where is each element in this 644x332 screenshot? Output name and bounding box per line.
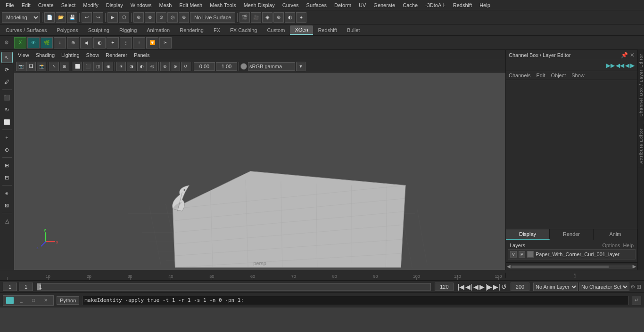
- menu-cache[interactable]: Cache: [399, 1, 421, 9]
- vpt-joint[interactable]: ⊗: [171, 62, 180, 71]
- xgen-btn-3[interactable]: ↓: [54, 37, 66, 49]
- snap2-btn[interactable]: ⊗: [145, 12, 155, 23]
- vpt-grid[interactable]: ⊞: [60, 62, 69, 71]
- tab-fx-caching[interactable]: FX Caching: [225, 26, 262, 34]
- pb-loop-btn[interactable]: ↺: [501, 283, 507, 291]
- move-tool-btn[interactable]: ⬛: [1, 92, 13, 103]
- xgen-btn-10[interactable]: 🔽: [146, 37, 158, 49]
- render2-btn[interactable]: 🎥: [251, 12, 261, 23]
- cb-menu-channels[interactable]: Channels: [509, 73, 530, 78]
- xgen-btn-8[interactable]: ⋮: [120, 37, 132, 49]
- menu-display[interactable]: Display: [102, 1, 127, 9]
- char-set-select[interactable]: No Character Set: [579, 283, 629, 291]
- tab-display[interactable]: Display: [506, 229, 550, 240]
- tab-curves-surfaces[interactable]: Curves / Surfaces: [1, 26, 51, 34]
- vp-menu-shading[interactable]: Shading: [34, 51, 57, 59]
- open-btn[interactable]: 📂: [56, 12, 66, 23]
- menu-create[interactable]: Create: [34, 1, 58, 9]
- layers-options-btn[interactable]: Options: [602, 243, 620, 248]
- menu-windows[interactable]: Windows: [127, 1, 156, 9]
- layer-color-swatch[interactable]: [527, 251, 534, 258]
- xgen-btn-6[interactable]: ◐: [93, 37, 106, 49]
- tab-polygons[interactable]: Polygons: [52, 26, 83, 34]
- win-close-btn[interactable]: ✕: [41, 297, 50, 304]
- render4-btn[interactable]: ⊕: [273, 12, 284, 23]
- tool-btn-c[interactable]: △: [1, 215, 13, 227]
- snap5-btn[interactable]: ⊕: [179, 12, 189, 23]
- paint-tool-btn[interactable]: 🖊: [1, 76, 13, 88]
- cb-menu-edit[interactable]: Edit: [536, 73, 545, 78]
- menu-help[interactable]: Help: [476, 1, 494, 9]
- tool-btn-a[interactable]: ⎈: [1, 187, 13, 199]
- tab-custom[interactable]: Custom: [263, 26, 290, 34]
- timeline-ruler[interactable]: 102030405060708090100110120: [0, 270, 505, 280]
- undo-btn[interactable]: ↩: [82, 12, 92, 23]
- command-line-input[interactable]: [82, 296, 629, 305]
- vpt-wire[interactable]: ⬜: [73, 62, 82, 71]
- xgen-btn-7[interactable]: ✦: [107, 37, 119, 49]
- render-btn[interactable]: 🎬: [239, 12, 250, 23]
- snap3-btn[interactable]: ⊙: [156, 12, 166, 23]
- mode-selector[interactable]: Modeling Rigging Animation FX Rendering: [2, 12, 40, 23]
- menu-curves[interactable]: Curves: [279, 1, 303, 9]
- pb-play-back-btn[interactable]: ◀: [473, 283, 479, 291]
- xgen-btn-11[interactable]: ✂: [159, 37, 172, 49]
- xgen-btn-2[interactable]: 🌿: [41, 37, 53, 49]
- layer-scrollbar-thumb[interactable]: [512, 266, 609, 268]
- menu-mesh[interactable]: Mesh: [155, 1, 175, 9]
- menu-redshift[interactable]: Redshift: [449, 1, 476, 9]
- vpt-lights[interactable]: ☀: [116, 62, 126, 71]
- menu-uv[interactable]: UV: [355, 1, 370, 9]
- cb-arrow-prev-icon[interactable]: ◀: [625, 62, 629, 69]
- menu-mesh-display[interactable]: Mesh Display: [240, 1, 279, 9]
- select-tool-btn[interactable]: ↖: [1, 52, 13, 63]
- cb-menu-object[interactable]: Object: [551, 73, 566, 78]
- frame-end-field[interactable]: [435, 283, 454, 291]
- save-btn[interactable]: 💾: [67, 12, 77, 23]
- xgen-btn-0[interactable]: X: [14, 37, 26, 49]
- menu-deform[interactable]: Deform: [330, 1, 355, 9]
- xgen-btn-1[interactable]: 👁: [27, 37, 40, 49]
- vpt-smooth[interactable]: ◉: [104, 62, 113, 71]
- command-execute-icon[interactable]: ↵: [632, 296, 641, 305]
- vpt-colorspace-input[interactable]: [248, 62, 295, 71]
- pb-play-btn[interactable]: ▶: [479, 283, 485, 291]
- snap2-tool-btn[interactable]: ⊕: [1, 144, 13, 155]
- layer-scrollbar[interactable]: [511, 265, 633, 268]
- live-surface-btn[interactable]: No Live Surface: [190, 12, 235, 23]
- menu-modify[interactable]: Modify: [79, 1, 102, 9]
- win-restore-btn[interactable]: □: [29, 297, 38, 304]
- pb-to-end-btn[interactable]: ▶|: [493, 283, 500, 291]
- render3-btn[interactable]: ◉: [262, 12, 272, 23]
- frame-start-field[interactable]: [3, 283, 17, 291]
- tab-anim[interactable]: Anim: [594, 229, 637, 240]
- vpt-value2[interactable]: [216, 62, 237, 71]
- scroll-left-icon[interactable]: ◀: [507, 264, 511, 269]
- redo-btn[interactable]: ↪: [93, 12, 103, 23]
- tab-render[interactable]: Render: [550, 229, 594, 240]
- sidebar-label-channel-box[interactable]: Channel Box / Layer Editor: [638, 50, 644, 121]
- vpt-ao[interactable]: ◐: [137, 62, 147, 71]
- vpt-fxaa[interactable]: ◎: [148, 62, 157, 71]
- cb-arrow-next-icon[interactable]: ▶: [630, 62, 635, 69]
- win-minimize-btn[interactable]: _: [17, 297, 26, 304]
- anim-extra-icon[interactable]: ⊞: [636, 283, 641, 290]
- lasso-btn[interactable]: ⬡: [119, 12, 129, 23]
- anim-settings-icon[interactable]: ⚙: [630, 283, 636, 290]
- menu-edit-mesh[interactable]: Edit Mesh: [175, 1, 206, 9]
- tab-sculpting[interactable]: Sculpting: [83, 26, 114, 34]
- menu-select[interactable]: Select: [58, 1, 80, 9]
- vpt-cam3[interactable]: 📸: [37, 62, 46, 71]
- vpt-camera[interactable]: 📷: [16, 62, 25, 71]
- menu-3dtoall[interactable]: -3DtoAll-: [421, 1, 449, 9]
- layers-help-btn[interactable]: Help: [623, 243, 634, 248]
- pb-prev-frame-btn[interactable]: ◀|: [465, 283, 472, 291]
- vpt-xray[interactable]: ⊛: [160, 62, 170, 71]
- pb-to-start-btn[interactable]: |◀: [457, 283, 464, 291]
- pb-next-frame-btn[interactable]: |▶: [486, 283, 493, 291]
- xgen-settings-icon[interactable]: ⚙: [2, 37, 11, 49]
- menu-generate[interactable]: Generate: [370, 1, 399, 9]
- marquee-tool-btn[interactable]: ⬜: [1, 116, 13, 128]
- rotate-tool-btn[interactable]: ↻: [1, 104, 13, 115]
- tab-redshift[interactable]: Redshift: [314, 26, 342, 34]
